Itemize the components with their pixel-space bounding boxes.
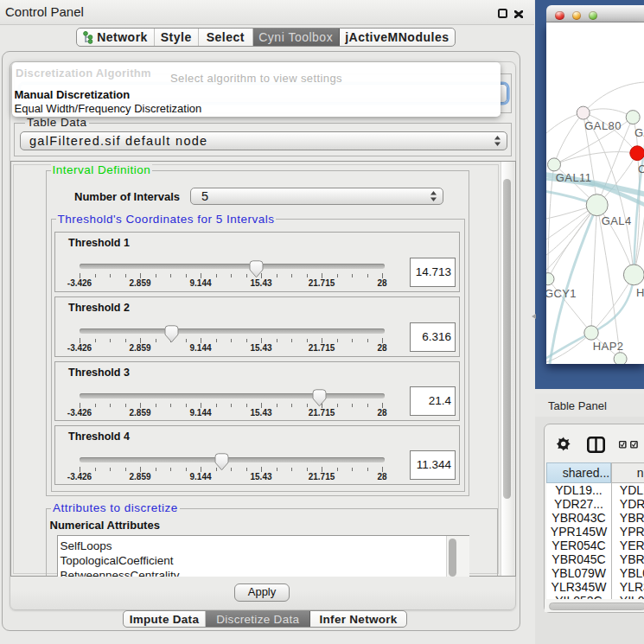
svg-text:GA: GA bbox=[634, 127, 644, 140]
svg-text:HAP2: HAP2 bbox=[593, 340, 624, 353]
svg-text:GAL80: GAL80 bbox=[584, 119, 621, 132]
svg-text:HA: HA bbox=[636, 286, 644, 299]
svg-text:GAL4: GAL4 bbox=[602, 214, 632, 227]
svg-text:GCY1: GCY1 bbox=[546, 287, 577, 300]
svg-text:C: C bbox=[638, 163, 644, 175]
svg-text:GAL11: GAL11 bbox=[556, 171, 592, 184]
